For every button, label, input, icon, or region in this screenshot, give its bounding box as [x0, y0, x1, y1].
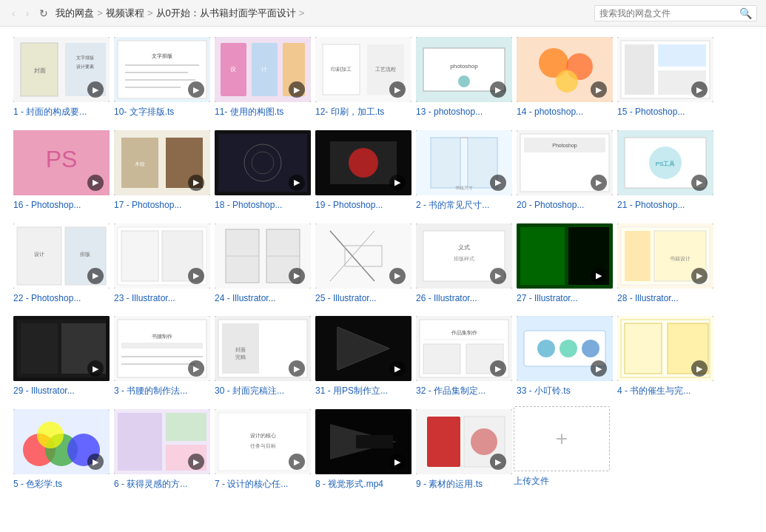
file-item[interactable]: ▶33 - 小叮铃.ts: [514, 313, 610, 402]
svg-text:排版样式: 排版样式: [454, 256, 474, 261]
svg-rect-96: [21, 323, 58, 374]
svg-point-31: [556, 70, 578, 92]
file-item[interactable]: ▶15 - Photoshop...: [614, 34, 710, 123]
file-item[interactable]: ▶25 - Illustrator...: [312, 220, 409, 309]
file-item[interactable]: 书籍设计▶28 - Illustrator...: [614, 220, 710, 309]
file-label: 29 - Illustrator...: [13, 385, 75, 397]
thumbnail-wrap: ▶: [517, 316, 613, 381]
file-item[interactable]: 木纹▶17 - Photoshop...: [111, 127, 207, 216]
thumbnail-wrap: PS工具▶: [617, 130, 713, 195]
play-icon: ▶: [490, 268, 506, 284]
play-icon: ▶: [289, 81, 305, 98]
file-item[interactable]: 文字排版▶10- 文字排版.ts: [111, 34, 207, 123]
file-item[interactable]: 作品集制作▶32 - 作品集制定...: [413, 313, 509, 402]
breadcrumb-item-mycloud[interactable]: 我的网盘: [56, 7, 94, 20]
file-item[interactable]: ▶31 - 用PS制作立...: [312, 313, 409, 402]
file-label: 23 - Illustrator...: [114, 292, 175, 305]
file-label: 18 - Photoshop...: [215, 199, 282, 212]
file-label: 7 - 设计的核心任...: [215, 478, 288, 491]
file-label: 14 - photoshop...: [517, 106, 583, 118]
file-item[interactable]: ▶8 - 视觉形式.mp4: [312, 406, 409, 495]
thumbnail-wrap: photoshop▶: [416, 37, 512, 102]
file-item[interactable]: 设计排版▶22 - Photoshop...: [10, 220, 107, 309]
file-item[interactable]: ▶24 - Illustrator...: [212, 220, 308, 309]
file-label: 15 - Photoshop...: [617, 106, 685, 118]
svg-point-27: [458, 75, 470, 87]
file-item[interactable]: 义式排版样式▶26 - Illustrator...: [413, 220, 509, 309]
file-item[interactable]: ▶19 - Photoshop...: [312, 127, 409, 216]
svg-text:义式: 义式: [458, 244, 470, 251]
play-icon: ▶: [289, 175, 305, 191]
search-input[interactable]: [599, 8, 739, 18]
thumbnail-wrap: 设计排版▶: [13, 223, 110, 289]
thumbnail-wrap: ▶: [315, 130, 411, 195]
upload-file-item[interactable]: +上传文件: [514, 406, 610, 495]
svg-point-146: [471, 428, 497, 455]
file-item[interactable]: ▶6 - 获得灵感的方...: [111, 406, 207, 495]
file-item[interactable]: ▶29 - Illustrator...: [10, 313, 107, 402]
file-item[interactable]: 印刷加工工艺流程▶12- 印刷，加工.ts: [312, 34, 409, 123]
svg-text:设计的核心: 设计的核心: [250, 433, 276, 439]
file-item[interactable]: 书籍尺寸▶2 - 书的常见尺寸...: [413, 127, 509, 216]
file-item[interactable]: 设计▶11- 使用的构图.ts: [212, 34, 308, 123]
thumbnail-wrap: 封面文字排版设计要素▶: [13, 37, 110, 102]
svg-text:封面: 封面: [34, 67, 46, 74]
file-label: 17 - Photoshop...: [114, 199, 181, 212]
file-item[interactable]: PS▶16 - Photoshop...: [10, 127, 107, 216]
file-item[interactable]: ▶4 - 书的催生与完...: [614, 313, 710, 402]
file-item[interactable]: ▶23 - Illustrator...: [111, 220, 207, 309]
file-label: 6 - 获得灵感的方...: [114, 478, 187, 491]
file-item[interactable]: 封面完稿▶30 - 封面完稿注...: [212, 313, 308, 402]
play-icon: ▶: [87, 268, 104, 284]
file-item[interactable]: Photoshop▶20 - Photoshop...: [514, 127, 610, 216]
play-icon: ▶: [289, 268, 305, 284]
upload-button[interactable]: +: [514, 406, 610, 471]
file-item[interactable]: ▶18 - Photoshop...: [212, 127, 308, 216]
file-item[interactable]: ▶9 - 素材的运用.ts: [413, 406, 509, 495]
svg-rect-125: [625, 323, 662, 374]
file-item[interactable]: ▶5 - 色彩学.ts: [10, 406, 107, 495]
file-item[interactable]: ▶27 - Illustrator...: [514, 220, 610, 309]
svg-rect-134: [166, 413, 206, 441]
file-item[interactable]: 封面文字排版设计要素▶1 - 封面的构成要...: [10, 34, 107, 123]
svg-text:设计: 设计: [34, 252, 44, 257]
forward-button[interactable]: ›: [23, 6, 33, 21]
svg-text:PS工具: PS工具: [656, 161, 676, 167]
thumbnail-wrap: ▶: [416, 409, 512, 474]
file-label: 5 - 色彩学.ts: [13, 478, 62, 491]
search-button[interactable]: 🔍: [739, 7, 752, 19]
breadcrumb-item-current[interactable]: 从0开始：从书籍封面学平面设计: [156, 7, 296, 20]
file-item[interactable]: ▶14 - photoshop...: [514, 34, 610, 123]
file-grid: 封面文字排版设计要素▶1 - 封面的构成要...文字排版▶10- 文字排版.ts…: [0, 27, 766, 502]
file-item[interactable]: photoshop▶13 - photoshop...: [413, 34, 509, 123]
file-label: 25 - Illustrator...: [315, 292, 377, 305]
back-button[interactable]: ‹: [9, 6, 19, 21]
file-label: 26 - Illustrator...: [416, 292, 477, 305]
thumbnail-wrap: 设计▶: [215, 37, 311, 102]
file-label: 20 - Photoshop...: [517, 199, 584, 212]
svg-rect-71: [121, 231, 158, 281]
thumbnail-wrap: 木纹▶: [114, 130, 210, 195]
thumbnail-wrap: ▶: [13, 409, 110, 474]
thumbnail-wrap: ▶: [617, 37, 713, 102]
thumbnail-wrap: ▶: [617, 316, 713, 381]
file-item[interactable]: PS工具▶21 - Photoshop...: [614, 127, 710, 216]
file-label: 13 - photoshop...: [416, 106, 483, 118]
svg-text:任务与目标: 任务与目标: [249, 443, 276, 448]
svg-rect-91: [625, 231, 651, 281]
play-icon: ▶: [591, 268, 607, 284]
thumbnail-wrap: 作品集制作▶: [416, 316, 512, 381]
file-item[interactable]: 书腰制作▶3 - 书腰的制作法...: [111, 313, 207, 402]
file-label: 1 - 封面的构成要...: [13, 106, 87, 118]
thumbnail-wrap: 义式排版样式▶: [416, 223, 512, 289]
svg-text:photoshop: photoshop: [450, 63, 478, 70]
svg-text:Photoshop: Photoshop: [552, 143, 577, 149]
thumbnail-wrap: ▶: [517, 223, 613, 289]
file-item[interactable]: 设计的核心任务与目标▶7 - 设计的核心任...: [212, 406, 308, 495]
svg-point-122: [582, 340, 599, 357]
breadcrumb-item-videocourse[interactable]: 视频课程: [106, 7, 144, 20]
refresh-button[interactable]: ↻: [36, 6, 51, 21]
svg-text:书籍尺寸: 书籍尺寸: [455, 186, 473, 190]
thumbnail-wrap: ▶: [315, 316, 411, 381]
svg-point-131: [37, 422, 64, 448]
